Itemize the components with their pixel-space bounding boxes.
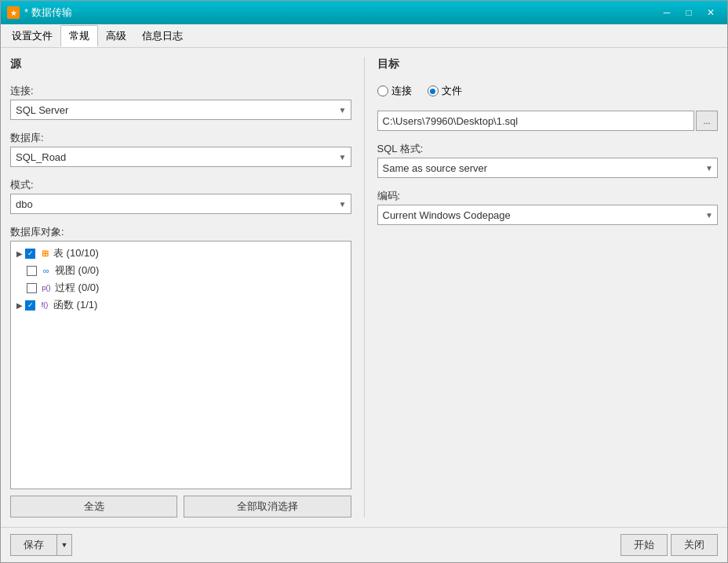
save-arrow-button[interactable]: ▼ (56, 534, 72, 556)
checkbox-procs[interactable] (27, 283, 37, 293)
checkbox-views[interactable] (27, 266, 37, 276)
connection-select-wrapper: SQL Server ▼ (10, 100, 351, 120)
file-radio-label[interactable]: 文件 (428, 84, 462, 98)
proc-icon: p() (40, 282, 53, 294)
close-button[interactable]: ✕ (701, 5, 721, 20)
connection-label: 连接: (10, 84, 351, 98)
file-input-group: ... (377, 111, 719, 131)
connection-radio-circle[interactable] (377, 85, 388, 96)
panel-divider (364, 57, 365, 518)
minimize-button[interactable]: ─ (657, 5, 677, 20)
database-label: 数据库: (10, 131, 351, 145)
tree-section: 数据库对象: ▶ ✓ ⊞ 表 (10/10) ∞ 视图 (0/0) (10, 225, 351, 518)
schema-field: 模式: dbo ▼ (10, 178, 351, 214)
schema-label: 模式: (10, 178, 351, 192)
encoding-label: 编码: (377, 189, 719, 203)
title-controls: ─ □ ✕ (657, 5, 721, 20)
database-field: 数据库: SQL_Road ▼ (10, 131, 351, 167)
encoding-field: 编码: Current Windows Codepage ▼ (377, 189, 719, 225)
procs-label: 过程 (0/0) (55, 281, 99, 295)
tree-item-views[interactable]: ∞ 视图 (0/0) (14, 262, 348, 279)
func-icon: f() (38, 299, 51, 311)
menu-general[interactable]: 常规 (60, 25, 98, 47)
select-all-button[interactable]: 全选 (10, 496, 177, 518)
expand-tables-icon[interactable]: ▶ (14, 248, 25, 259)
app-icon: ★ (7, 6, 20, 19)
funcs-label: 函数 (1/1) (53, 298, 97, 312)
main-content: 源 连接: SQL Server ▼ 数据库: SQL_Road ▼ (1, 48, 727, 527)
browse-button[interactable]: ... (696, 111, 718, 131)
schema-select[interactable]: dbo (10, 194, 351, 214)
maximize-button[interactable]: □ (679, 5, 699, 20)
menu-info-log[interactable]: 信息日志 (134, 26, 191, 46)
connection-select[interactable]: SQL Server (10, 100, 351, 120)
save-split-button: 保存 ▼ (10, 534, 72, 556)
file-path-input[interactable] (377, 111, 695, 131)
main-window: ★ * 数据传输 ─ □ ✕ 设置文件 常规 高级 信息日志 源 连接: SQL… (0, 0, 728, 563)
file-radio-dot (430, 89, 435, 94)
start-button[interactable]: 开始 (621, 534, 668, 556)
checkbox-funcs[interactable]: ✓ (25, 300, 35, 311)
tables-label: 表 (10/10) (53, 246, 99, 260)
file-radio-circle[interactable] (428, 85, 439, 96)
target-panel: 目标 连接 文件 ... (377, 57, 719, 518)
database-select-wrapper: SQL_Road ▼ (10, 147, 351, 167)
views-label: 视图 (0/0) (55, 263, 99, 278)
connection-radio-text: 连接 (391, 84, 412, 98)
encoding-select-wrapper: Current Windows Codepage ▼ (377, 205, 719, 225)
sql-format-label: SQL 格式: (377, 142, 719, 156)
target-type-radio-group: 连接 文件 (377, 84, 719, 98)
tree-item-funcs[interactable]: ▶ ✓ f() 函数 (1/1) (14, 296, 348, 314)
expand-funcs-icon[interactable]: ▶ (14, 300, 25, 311)
connection-radio-label[interactable]: 连接 (377, 84, 412, 98)
tree-container[interactable]: ▶ ✓ ⊞ 表 (10/10) ∞ 视图 (0/0) (10, 241, 351, 489)
tree-item-tables[interactable]: ▶ ✓ ⊞ 表 (10/10) (14, 245, 348, 262)
checkbox-tables[interactable]: ✓ (25, 249, 35, 259)
table-icon: ⊞ (38, 247, 51, 260)
sql-format-select-wrapper: Same as source server ▼ (377, 158, 719, 178)
sql-format-field: SQL 格式: Same as source server ▼ (377, 142, 719, 178)
deselect-all-button[interactable]: 全部取消选择 (184, 496, 351, 518)
menu-settings-file[interactable]: 设置文件 (4, 26, 60, 46)
objects-label: 数据库对象: (10, 225, 351, 239)
file-path-field: ... (377, 111, 719, 131)
menu-bar: 设置文件 常规 高级 信息日志 (1, 24, 727, 48)
title-bar: ★ * 数据传输 ─ □ ✕ (1, 1, 727, 24)
target-section-label: 目标 (377, 57, 719, 71)
database-select[interactable]: SQL_Road (10, 147, 351, 167)
menu-advanced[interactable]: 高级 (98, 26, 134, 46)
save-button[interactable]: 保存 (10, 534, 56, 556)
connection-field: 连接: SQL Server ▼ (10, 84, 351, 120)
window-title: * 数据传输 (24, 5, 657, 20)
file-radio-text: 文件 (442, 84, 462, 98)
sql-format-select[interactable]: Same as source server (377, 158, 719, 178)
close-dialog-button[interactable]: 关闭 (671, 534, 718, 556)
encoding-select[interactable]: Current Windows Codepage (377, 205, 719, 225)
source-panel: 源 连接: SQL Server ▼ 数据库: SQL_Road ▼ (10, 57, 351, 518)
source-section-label: 源 (10, 57, 351, 71)
tree-item-procs[interactable]: p() 过程 (0/0) (14, 279, 348, 296)
schema-select-wrapper: dbo ▼ (10, 194, 351, 214)
footer-bar: 保存 ▼ 开始 关闭 (1, 527, 727, 562)
view-icon: ∞ (40, 264, 53, 277)
tree-buttons: 全选 全部取消选择 (10, 496, 351, 518)
